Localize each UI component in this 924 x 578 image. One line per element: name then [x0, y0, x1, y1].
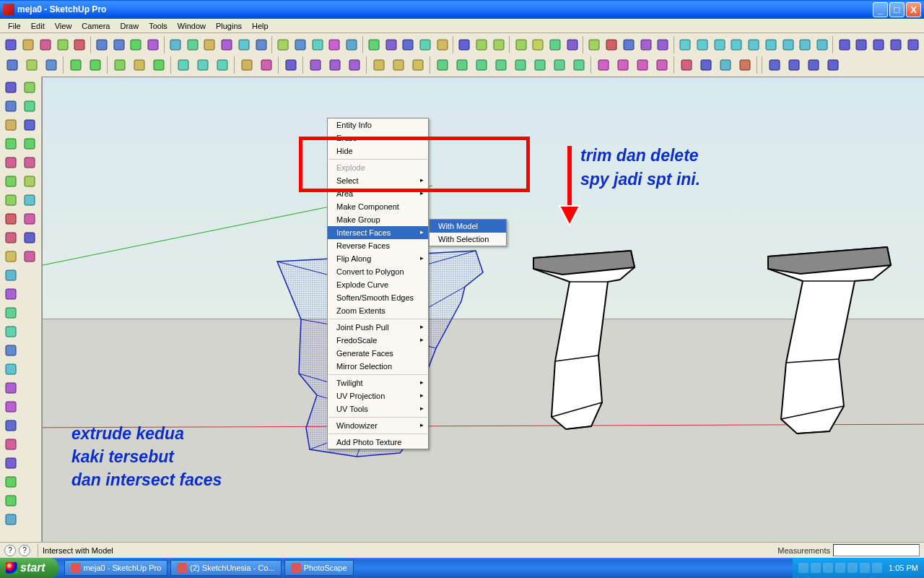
axis-tool-icon[interactable]: [1, 454, 19, 472]
walk-tool-icon[interactable]: [20, 191, 38, 209]
cyl-icon[interactable]: [677, 56, 696, 74]
paste-icon[interactable]: [655, 35, 671, 54]
taskbar-task[interactable]: PhotoScape: [284, 560, 354, 576]
tray-icon[interactable]: [835, 563, 845, 573]
info2-icon[interactable]: [736, 56, 754, 74]
house4-icon[interactable]: [887, 35, 904, 54]
follow-icon[interactable]: [1, 322, 19, 340]
cube4-icon[interactable]: [492, 56, 510, 74]
menu-tools[interactable]: Tools: [144, 20, 173, 32]
diamond4-icon[interactable]: [824, 56, 842, 74]
pan-tool-icon[interactable]: [1, 510, 19, 528]
zoom-ext-icon[interactable]: [326, 35, 343, 54]
house1-icon[interactable]: [836, 35, 853, 54]
ctx-item-windowizer[interactable]: Windowizer: [328, 419, 428, 432]
shadow-icon[interactable]: [434, 35, 450, 54]
poly-icon[interactable]: [1, 228, 19, 246]
select-icon[interactable]: [3, 35, 19, 54]
taskbar-task[interactable]: (2) SketchUnesia - Co...: [170, 560, 281, 576]
feet-tool-icon[interactable]: [20, 228, 38, 246]
panel-icon[interactable]: [237, 56, 256, 74]
redo-icon[interactable]: [603, 35, 620, 54]
fold-icon[interactable]: [716, 56, 735, 74]
system-tray[interactable]: 1:05 PM: [793, 558, 924, 578]
styles-icon[interactable]: [383, 35, 399, 54]
cut-icon[interactable]: [621, 35, 637, 54]
look-icon[interactable]: [474, 35, 490, 54]
ctx-item-generate-faces[interactable]: Generate Faces: [328, 347, 428, 360]
rotate-icon[interactable]: [184, 35, 201, 54]
ctx-item-select[interactable]: Select: [328, 174, 428, 187]
arc-icon[interactable]: [1, 210, 19, 228]
box1-icon[interactable]: [677, 35, 694, 54]
ruler-icon[interactable]: [257, 56, 276, 74]
pan-icon[interactable]: [292, 35, 309, 54]
dim-icon[interactable]: [513, 35, 529, 54]
curve-icon[interactable]: [697, 56, 715, 74]
menu-edit[interactable]: Edit: [26, 20, 50, 32]
circle-icon[interactable]: [54, 35, 71, 54]
orbit-icon[interactable]: [275, 35, 292, 54]
cube3-icon[interactable]: [472, 56, 491, 74]
clip-icon[interactable]: [130, 56, 149, 74]
3dtext-icon[interactable]: [547, 35, 564, 54]
ctx-sub-with-selection[interactable]: With Selection: [430, 233, 506, 246]
box3-icon[interactable]: [711, 35, 728, 54]
ctx-item-explode-curve[interactable]: Explode Curve: [328, 278, 428, 291]
cube7-icon[interactable]: [550, 56, 569, 74]
component-icon[interactable]: [1, 97, 19, 115]
cubes3-icon[interactable]: [633, 56, 652, 74]
box6-icon[interactable]: [762, 35, 779, 54]
pin-icon[interactable]: [110, 56, 129, 74]
offset-icon[interactable]: [235, 35, 252, 54]
plan1-icon[interactable]: [370, 56, 388, 74]
prev-icon[interactable]: [20, 134, 38, 152]
ctx-item-fredoscale[interactable]: FredoScale: [328, 334, 428, 347]
maximize-button[interactable]: □: [889, 2, 905, 17]
cube1-icon[interactable]: [433, 56, 452, 74]
cube5-icon[interactable]: [511, 56, 530, 74]
ctx-item-erase[interactable]: Erase: [328, 131, 428, 144]
walk-icon[interactable]: [456, 35, 473, 54]
offset-icon[interactable]: [1, 360, 19, 378]
box9-icon[interactable]: [814, 35, 831, 54]
tray-icon[interactable]: [860, 563, 870, 573]
man1-icon[interactable]: [66, 56, 85, 74]
zoom-win-icon[interactable]: [344, 35, 360, 54]
book1-icon[interactable]: [174, 56, 193, 74]
box8-icon[interactable]: [797, 35, 814, 54]
eraser-icon[interactable]: [128, 35, 144, 54]
menu-plugins[interactable]: Plugins: [211, 20, 247, 32]
minimize-button[interactable]: _: [873, 2, 888, 17]
ctx-item-make-component[interactable]: Make Component: [328, 200, 428, 213]
cubes2-icon[interactable]: [614, 56, 632, 74]
copy-icon[interactable]: [637, 35, 654, 54]
menu-draw[interactable]: Draw: [115, 20, 144, 32]
diamond3-icon[interactable]: [804, 56, 823, 74]
book2-icon[interactable]: [193, 56, 212, 74]
ctx-item-twilight[interactable]: Twilight: [328, 376, 428, 389]
add-page-icon[interactable]: [365, 35, 382, 54]
prism3-icon[interactable]: [345, 56, 364, 74]
rot-tool-icon[interactable]: [201, 35, 218, 54]
tape-icon[interactable]: [145, 35, 162, 54]
ctx-item-zoom-extents[interactable]: Zoom Extents: [328, 304, 428, 317]
ctx-item-uv-tools[interactable]: UV Tools: [328, 402, 428, 415]
measurements-input[interactable]: [833, 544, 920, 556]
arc-icon[interactable]: [71, 35, 88, 54]
x-icon[interactable]: [149, 56, 168, 74]
cube2-icon[interactable]: [453, 56, 471, 74]
taskbar-task[interactable]: meja0 - SketchUp Pro: [64, 560, 168, 576]
book3-icon[interactable]: [213, 56, 232, 74]
ctx-item-convert-to-polygon[interactable]: Convert to Polygon: [328, 265, 428, 278]
zoomwin-icon[interactable]: [20, 97, 38, 115]
layers-icon[interactable]: [400, 35, 417, 54]
ctx-item-uv-projection[interactable]: UV Projection: [328, 389, 428, 402]
ctx-sub-with-model[interactable]: With Model: [430, 220, 506, 233]
diamond2-icon[interactable]: [785, 56, 803, 74]
cube8-icon[interactable]: [570, 56, 588, 74]
box2-icon[interactable]: [694, 35, 710, 54]
ctx-item-add-photo-texture[interactable]: Add Photo Texture: [328, 436, 428, 449]
undo-icon[interactable]: [586, 35, 603, 54]
move-icon[interactable]: [167, 35, 183, 54]
